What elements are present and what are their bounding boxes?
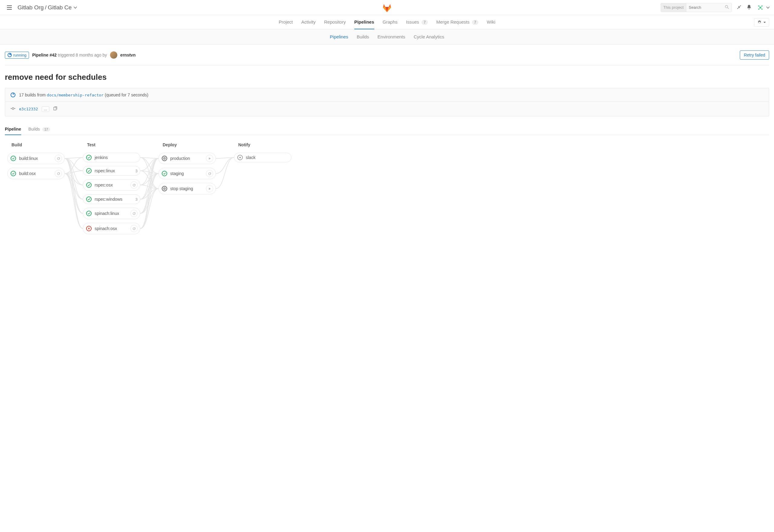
nav-wiki[interactable]: Wiki bbox=[487, 19, 495, 29]
chevron-down-icon bbox=[73, 5, 77, 8]
status-badge: running bbox=[5, 52, 29, 59]
svg-rect-2 bbox=[54, 107, 56, 110]
subnav-builds[interactable]: Builds bbox=[357, 34, 369, 39]
admin-icon[interactable] bbox=[737, 5, 742, 11]
nav-graphs[interactable]: Graphs bbox=[383, 19, 398, 29]
search-scope[interactable]: This project bbox=[661, 3, 686, 12]
running-icon bbox=[8, 53, 12, 57]
tab-builds[interactable]: Builds 17 bbox=[28, 124, 50, 135]
builds-count-badge: 17 bbox=[42, 127, 50, 131]
mr-count-badge: 7 bbox=[472, 20, 478, 25]
stage-column: Testjenkinsrspec:linux3rspec:osxrspec:wi… bbox=[83, 142, 140, 234]
job-pill[interactable]: staging bbox=[158, 168, 216, 179]
pipeline-title: remove need for schedules bbox=[5, 73, 769, 82]
failed-icon bbox=[86, 226, 92, 231]
job-pill[interactable]: rspec:osx bbox=[83, 179, 140, 191]
commit-link[interactable]: e3c12332 bbox=[19, 107, 38, 111]
running-icon bbox=[11, 92, 15, 97]
subnav-pipelines[interactable]: Pipelines bbox=[330, 34, 348, 39]
manual-icon bbox=[162, 156, 167, 161]
nav-pipelines[interactable]: Pipelines bbox=[354, 19, 374, 29]
job-name: stop staging bbox=[170, 186, 203, 191]
nav-project[interactable]: Project bbox=[279, 19, 293, 29]
job-name: rspec:windows bbox=[95, 197, 132, 202]
retry-icon[interactable] bbox=[206, 170, 213, 177]
breadcrumb[interactable]: Gitlab Org / Gitlab Ce bbox=[18, 4, 76, 11]
stage-name: Deploy bbox=[158, 142, 216, 147]
job-pill[interactable]: production bbox=[158, 153, 216, 164]
job-pill[interactable]: slack bbox=[234, 153, 291, 162]
retry-icon[interactable] bbox=[130, 210, 138, 217]
subnav-cycle[interactable]: Cycle Analytics bbox=[414, 34, 444, 39]
success-icon bbox=[86, 211, 92, 216]
issues-count-badge: 7 bbox=[421, 20, 428, 25]
pipeline-graph: Buildbuild:linuxbuild:osxTestjenkinsrspe… bbox=[5, 135, 769, 242]
success-icon bbox=[11, 171, 16, 176]
job-pill[interactable]: spinach:linux bbox=[83, 208, 140, 219]
gitlab-logo[interactable] bbox=[382, 2, 392, 13]
nav-issues[interactable]: Issues 7 bbox=[406, 19, 428, 29]
success-icon bbox=[86, 155, 92, 160]
retry-icon[interactable] bbox=[130, 181, 138, 189]
play-icon[interactable] bbox=[206, 155, 213, 162]
svg-point-4 bbox=[164, 158, 165, 159]
triggerer-name[interactable]: ernstvn bbox=[120, 53, 136, 57]
play-icon[interactable] bbox=[206, 185, 213, 192]
hamburger-menu[interactable] bbox=[5, 3, 14, 12]
nav-activity[interactable]: Activity bbox=[301, 19, 316, 29]
job-group-count: 3 bbox=[135, 169, 138, 173]
branch-link[interactable]: docs/membership-refactor bbox=[47, 93, 104, 97]
user-menu[interactable] bbox=[756, 4, 769, 11]
expand-message-button[interactable]: ... bbox=[42, 106, 49, 112]
skipped-icon bbox=[237, 155, 243, 160]
subnav-environments[interactable]: Environments bbox=[378, 34, 405, 39]
search-box[interactable]: This project bbox=[661, 3, 732, 12]
svg-point-7 bbox=[239, 157, 241, 158]
breadcrumb-project: Gitlab Ce bbox=[48, 4, 72, 11]
breadcrumb-org: Gitlab Org bbox=[18, 4, 44, 11]
job-pill[interactable]: rspec:linux3 bbox=[83, 166, 140, 176]
svg-point-1 bbox=[12, 108, 14, 109]
avatar bbox=[756, 4, 764, 11]
commit-icon bbox=[11, 106, 15, 112]
search-input[interactable] bbox=[686, 5, 723, 10]
job-pill[interactable]: build:linux bbox=[7, 153, 65, 164]
job-pill[interactable]: jenkins bbox=[83, 153, 140, 162]
job-name: staging bbox=[170, 171, 203, 176]
chevron-down-icon bbox=[766, 5, 769, 8]
nav-repository[interactable]: Repository bbox=[324, 19, 346, 29]
triggerer-avatar[interactable] bbox=[110, 51, 117, 59]
job-name: rspec:linux bbox=[95, 168, 132, 173]
job-name: build:osx bbox=[19, 171, 52, 176]
search-icon bbox=[723, 5, 731, 10]
svg-point-0 bbox=[725, 5, 728, 8]
svg-point-6 bbox=[164, 188, 165, 189]
nav-merge-requests[interactable]: Merge Requests 7 bbox=[436, 19, 478, 29]
job-pill[interactable]: rspec:windows3 bbox=[83, 194, 140, 204]
success-icon bbox=[86, 196, 92, 202]
notifications-icon[interactable] bbox=[746, 5, 752, 11]
job-name: slack bbox=[246, 155, 289, 160]
job-pill[interactable]: spinach:osx bbox=[83, 223, 140, 234]
retry-icon[interactable] bbox=[55, 155, 62, 162]
stage-column: Buildbuild:linuxbuild:osx bbox=[7, 142, 65, 179]
settings-dropdown[interactable] bbox=[754, 18, 769, 27]
view-tabs: Pipeline Builds 17 bbox=[5, 124, 769, 135]
tab-pipeline[interactable]: Pipeline bbox=[5, 124, 21, 135]
job-name: jenkins bbox=[95, 155, 138, 160]
retry-icon[interactable] bbox=[55, 170, 62, 177]
retry-failed-button[interactable]: Retry failed bbox=[740, 50, 769, 60]
job-name: spinach:osx bbox=[95, 226, 127, 231]
stage-name: Test bbox=[83, 142, 140, 147]
stage-column: Notifyslack bbox=[234, 142, 291, 162]
job-pill[interactable]: build:osx bbox=[7, 168, 65, 179]
stage-name: Build bbox=[7, 142, 65, 147]
manual-icon bbox=[162, 186, 167, 191]
retry-icon[interactable] bbox=[130, 225, 138, 232]
job-name: production bbox=[170, 156, 203, 161]
job-pill[interactable]: stop staging bbox=[158, 183, 216, 194]
job-name: rspec:osx bbox=[95, 183, 127, 187]
sub-nav: Pipelines Builds Environments Cycle Anal… bbox=[0, 29, 774, 44]
info-box: 17 builds from docs/membership-refactor … bbox=[5, 88, 769, 116]
copy-icon[interactable] bbox=[53, 106, 57, 112]
